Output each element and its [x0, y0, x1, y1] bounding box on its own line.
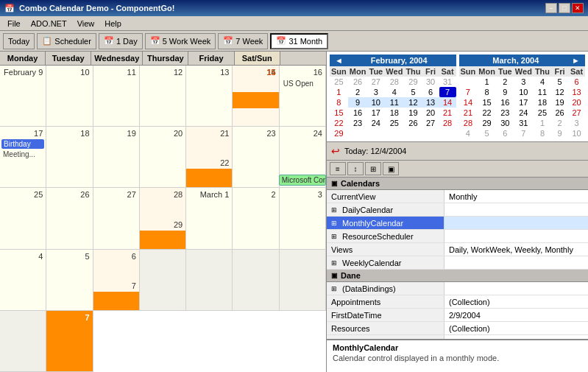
cal-cell-feb14-15[interactable]: 14 15	[233, 66, 279, 127]
cal-cell-empty4[interactable]	[280, 250, 326, 311]
mini-cell-feb28[interactable]: 28	[439, 118, 456, 128]
prop-btn3[interactable]: ⊞	[365, 162, 381, 175]
mini-cell-jan27[interactable]: 27	[367, 77, 384, 87]
minimize-button[interactable]: −	[545, 3, 557, 13]
cal-cell-mar4[interactable]: 4	[0, 250, 46, 311]
cal-cell-mar3[interactable]: 3	[280, 188, 326, 249]
event-us-open[interactable]: US Open	[281, 79, 324, 88]
cal-cell-feb12[interactable]: 12	[140, 66, 186, 127]
mini-cell-jan25[interactable]: 25	[330, 77, 348, 87]
cal-cell-feb13[interactable]: 13	[186, 66, 233, 127]
prop-btn1[interactable]: ≡	[330, 162, 346, 175]
cal-cell-mar6-7a[interactable]: 6 7	[93, 250, 140, 311]
menu-view[interactable]: View	[73, 18, 99, 29]
cal-cell-feb20[interactable]: 20	[140, 127, 186, 188]
mini-cell-feb2[interactable]: 2	[348, 87, 368, 97]
scheduler-button[interactable]: 📋 Scheduler	[37, 33, 96, 49]
mini-cell-jan26[interactable]: 26	[348, 77, 368, 87]
mar-cell-apr6[interactable]: 6	[497, 128, 514, 138]
event-meeting[interactable]: Meeting...	[1, 150, 44, 159]
mar-cell-12[interactable]: 12	[551, 87, 568, 97]
mini-cell-feb14[interactable]: 14	[439, 97, 456, 108]
close-button[interactable]: ✕	[572, 3, 584, 13]
cal-cell-feb17[interactable]: 17 Birthday Meeting...	[0, 127, 46, 188]
cal-cell-feb28-29[interactable]: 28 29	[140, 188, 186, 249]
mini-cell-feb24[interactable]: 24	[367, 118, 384, 128]
event-birthday[interactable]: Birthday	[1, 139, 44, 149]
mar-cell-1[interactable]: 1	[477, 77, 497, 87]
mar-cell-17[interactable]: 17	[514, 97, 534, 108]
prop-row-dailycalendar[interactable]: ⊞DailyCalendar	[327, 203, 588, 217]
cal-cell-mar5[interactable]: 5	[46, 250, 93, 311]
cal-cell-feb11[interactable]: 11	[93, 66, 140, 127]
prop-btn4[interactable]: ▣	[383, 162, 399, 175]
prop-btn2[interactable]: ↕	[347, 162, 364, 175]
mini-cell-feb20[interactable]: 20	[422, 108, 439, 118]
mar-cell-27[interactable]: 27	[568, 108, 585, 118]
mar-cell-15[interactable]: 15	[477, 97, 497, 108]
mar-cell-apr7[interactable]: 7	[514, 128, 534, 138]
prop-row-appointments[interactable]: Appointments (Collection)	[327, 295, 588, 309]
mar-cell-apr8[interactable]: 8	[534, 128, 551, 138]
databindings-expand-icon[interactable]: ⊞	[331, 285, 337, 292]
mini-cell-feb25[interactable]: 25	[384, 118, 404, 128]
mar-cell-apr4[interactable]: 4	[459, 128, 478, 138]
mini-cell-feb7[interactable]: 7	[439, 87, 456, 97]
cal-cell-feb25[interactable]: 25	[0, 188, 46, 249]
mini-cell-feb3[interactable]: 3	[367, 87, 384, 97]
mar-cell-6[interactable]: 6	[568, 77, 585, 87]
week-button[interactable]: 📅 7 Week	[218, 33, 268, 49]
cal-cell-empty5[interactable]	[0, 311, 46, 372]
mini-cell-feb21[interactable]: 21	[439, 108, 456, 118]
mar-cell-31[interactable]: 31	[514, 118, 534, 128]
mini-cell-feb11[interactable]: 11	[384, 97, 404, 108]
mar-cell-apr9[interactable]: 9	[551, 128, 568, 138]
mar-cell-22[interactable]: 22	[477, 108, 497, 118]
mini-cell-feb23[interactable]: 23	[348, 118, 368, 128]
prop-row-monthlycalendar[interactable]: ⊞MonthlyCalendar	[327, 217, 588, 230]
prop-row-resourcescheduler[interactable]: ⊞ResourceScheduler	[327, 230, 588, 243]
mini-cal-prev-button[interactable]: ◄	[333, 56, 345, 65]
menu-adonet[interactable]: ADO.NET	[26, 18, 71, 29]
maximize-button[interactable]: □	[559, 3, 570, 13]
mini-cell-feb9[interactable]: 9	[348, 97, 368, 108]
mini-cell-feb15[interactable]: 15	[330, 108, 348, 118]
prop-row-currentview[interactable]: CurrentView Monthly	[327, 190, 588, 203]
cal-cell-feb26[interactable]: 26	[46, 188, 93, 249]
mar-cell-7[interactable]: 7	[459, 87, 478, 97]
mar-cell-20[interactable]: 20	[568, 97, 585, 108]
mini-cell-feb26[interactable]: 26	[404, 118, 422, 128]
calendars-section-header[interactable]: ▣ Calendars	[327, 178, 588, 190]
cal-cell-feb23[interactable]: 23	[233, 127, 279, 188]
cal-cell-empty3[interactable]	[233, 250, 279, 311]
mar-cell-apr1[interactable]: 1	[534, 118, 551, 128]
mar-cell-21[interactable]: 21	[459, 108, 478, 118]
mini-cell-feb18[interactable]: 18	[384, 108, 404, 118]
month-button[interactable]: 📅 31 Month	[270, 33, 328, 49]
mini-cell-feb13[interactable]: 13	[422, 97, 439, 108]
mini-cell-feb22[interactable]: 22	[330, 118, 348, 128]
mar-cell-apr5[interactable]: 5	[477, 128, 497, 138]
weekly-expand-icon[interactable]: ⊞	[331, 259, 337, 267]
mini-cal-next-button[interactable]: ►	[570, 56, 582, 65]
daily-expand-icon[interactable]: ⊞	[331, 206, 337, 214]
mar-cell-11[interactable]: 11	[534, 87, 551, 97]
cal-cell-feb18[interactable]: 18	[46, 127, 93, 188]
mar-cell-28[interactable]: 28	[459, 118, 478, 128]
mar-cell-23[interactable]: 23	[497, 108, 514, 118]
mar-cell-19[interactable]: 19	[551, 97, 568, 108]
mini-cell-feb5[interactable]: 5	[404, 87, 422, 97]
mini-cell-feb27[interactable]: 27	[422, 118, 439, 128]
cal-cell-mar1[interactable]: March 1	[186, 188, 233, 249]
cal-cell-empty2[interactable]	[186, 250, 233, 311]
mar-cell-18[interactable]: 18	[534, 97, 551, 108]
mini-cell-feb1[interactable]: 1	[330, 87, 348, 97]
mar-cell-apr3[interactable]: 3	[568, 118, 585, 128]
mar-cell-29[interactable]: 29	[477, 118, 497, 128]
mar-cell-26[interactable]: 26	[551, 108, 568, 118]
mar-cell-10[interactable]: 10	[514, 87, 534, 97]
mini-cell-jan29[interactable]: 29	[404, 77, 422, 87]
mar-cell-5[interactable]: 5	[551, 77, 568, 87]
mar-cell-2[interactable]: 2	[497, 77, 514, 87]
prop-row-databindings[interactable]: ⊞(DataBindings)	[327, 282, 588, 295]
